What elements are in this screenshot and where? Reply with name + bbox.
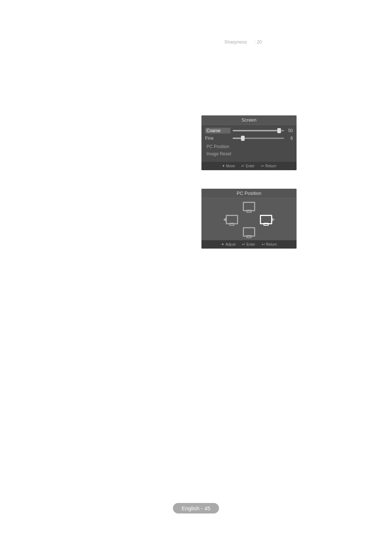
- coarse-value: 50: [286, 128, 293, 133]
- enter-icon: ↵: [241, 164, 245, 168]
- adjust-icon: ✦: [221, 242, 224, 247]
- coarse-label: Coarse: [205, 128, 230, 134]
- footer-enter2-label: Enter: [246, 242, 255, 246]
- monitor-left-icon: [226, 215, 238, 224]
- return-icon: ↩: [261, 164, 264, 168]
- fine-label: Fine: [205, 136, 230, 141]
- footer-enter2: ↵ Enter: [242, 242, 255, 247]
- sharpness-value: : 20: [254, 39, 262, 45]
- screen-menu: Screen Coarse 50 Fine 6 PC Position Imag…: [201, 115, 297, 170]
- footer-enter-label: Enter: [246, 164, 254, 168]
- footer-return2: ↩ Return: [262, 242, 277, 247]
- coarse-fill: [233, 130, 279, 131]
- screen-menu-title: Screen: [201, 115, 297, 125]
- pc-position-item[interactable]: PC Position: [205, 143, 293, 150]
- fine-value: 6: [286, 136, 293, 141]
- monitor-right-icon: [260, 215, 272, 224]
- footer-adjust-label: Adjust: [225, 242, 236, 246]
- fine-slider[interactable]: [233, 138, 284, 139]
- fine-row[interactable]: Fine 6: [205, 136, 293, 141]
- sharpness-row: Sharpness : 20: [224, 39, 262, 45]
- coarse-thumb[interactable]: [277, 128, 281, 133]
- english-badge: English - 45: [173, 503, 219, 514]
- footer-return2-label: Return: [266, 242, 277, 246]
- monitor-left-container: [223, 215, 238, 224]
- footer-return-label: Return: [265, 164, 276, 168]
- coarse-row[interactable]: Coarse 50: [205, 128, 293, 134]
- arrow-right-icon: [272, 218, 275, 221]
- enter2-icon: ↵: [242, 242, 245, 247]
- screen-menu-footer: ✦ Move ↵ Enter ↩ Return: [201, 162, 297, 170]
- pc-position-title: PC Position: [201, 189, 297, 198]
- monitor-right-container: [260, 215, 275, 224]
- footer-enter: ↵ Enter: [241, 164, 254, 168]
- pc-position-menu: PC Position: [201, 189, 297, 249]
- pc-pos-middle-row: [223, 215, 275, 224]
- image-reset-item[interactable]: Image Reset: [205, 150, 293, 158]
- pc-pos-up-row: [223, 202, 275, 213]
- monitor-up-icon: [243, 202, 255, 213]
- screen-menu-body: Coarse 50 Fine 6 PC Position Image Reset: [201, 125, 297, 162]
- footer-move-label: Move: [226, 164, 235, 168]
- monitor-down-icon: [243, 226, 255, 237]
- pc-position-footer: ✦ Adjust ↵ Enter ↩ Return: [201, 240, 297, 249]
- footer-move: ✦ Move: [222, 164, 235, 168]
- coarse-slider[interactable]: [233, 130, 284, 131]
- sharpness-label: Sharpness: [224, 39, 247, 45]
- fine-thumb[interactable]: [241, 136, 245, 141]
- arrow-left-icon: [223, 218, 226, 221]
- return2-icon: ↩: [262, 242, 265, 247]
- pc-pos-down-row: [223, 226, 275, 237]
- pc-position-body: [201, 198, 297, 240]
- move-icon: ✦: [222, 164, 225, 168]
- footer-adjust: ✦ Adjust: [221, 242, 236, 247]
- footer-return: ↩ Return: [261, 164, 276, 168]
